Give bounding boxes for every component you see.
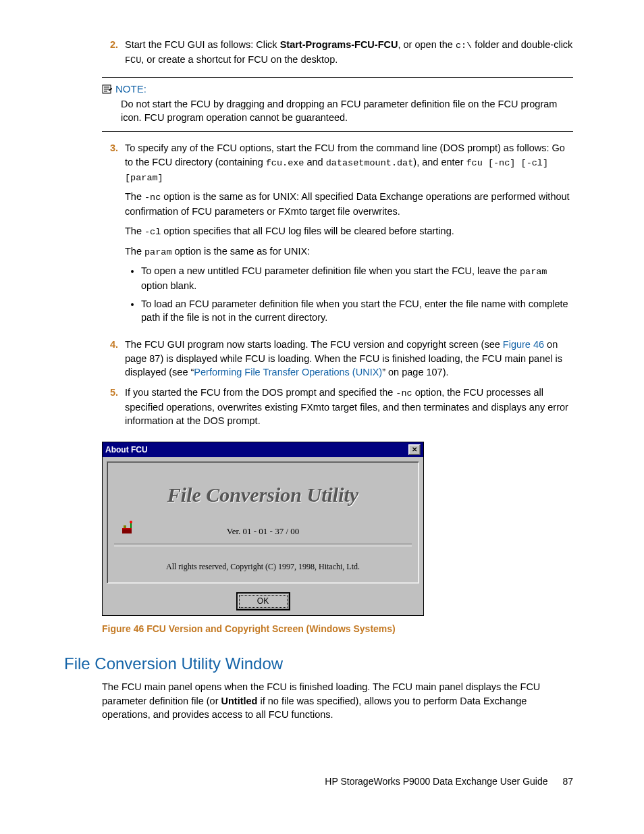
bullet-list: To open a new untitled FCU parameter def… [125, 264, 573, 324]
about-fcu-dialog: About FCU ✕ File Conversion Utility Ver.… [102, 442, 424, 617]
list-item: To load an FCU parameter definition file… [141, 297, 573, 325]
figure-caption: Figure 46 FCU Version and Copyright Scre… [102, 623, 573, 636]
svg-rect-8 [124, 525, 126, 528]
bold-text: Start-Programs-FCU-FCU [280, 39, 398, 50]
page-number: 87 [562, 776, 573, 787]
step-3: 3. To specify any of the FCU options, st… [102, 141, 573, 331]
step-4-text: The FCU GUI program now starts loading. … [125, 338, 573, 379]
text: folder and double-click [472, 39, 572, 50]
step-5-text: If you started the FCU from the DOS prom… [125, 386, 573, 427]
note-label: NOTE: [102, 82, 573, 96]
text: Start the FCU GUI as follows: Click [125, 39, 280, 50]
text: If you started the FCU from the DOS prom… [125, 387, 396, 398]
note-icon [102, 84, 113, 94]
text: To open a new untitled FCU parameter def… [141, 265, 520, 276]
page-footer: HP StorageWorks P9000 Data Exchange User… [64, 775, 573, 789]
footer-title: HP StorageWorks P9000 Data Exchange User… [325, 776, 547, 787]
code: -cl [144, 227, 161, 237]
code: fcu.exe [266, 158, 304, 168]
app-icon [121, 520, 136, 535]
close-button[interactable]: ✕ [408, 444, 421, 455]
link-figure-46[interactable]: Figure 46 [503, 339, 544, 350]
link-unix-ops[interactable]: Performing File Transfer Operations (UNI… [194, 367, 382, 377]
copyright-text: All rights reserved, Copyright (C) 1997,… [114, 561, 412, 573]
code: -nc [144, 192, 161, 203]
code: param [520, 267, 547, 277]
note-title: NOTE: [115, 83, 146, 95]
code: param [144, 247, 172, 257]
titlebar: About FCU ✕ [103, 442, 423, 458]
text: The [125, 246, 144, 257]
version-text: Ver. 01 - 01 - 37 / 00 [114, 525, 412, 538]
step-3-text: To specify any of the FCU options, start… [125, 141, 573, 184]
note-body: Do not start the FCU by dragging and dro… [121, 97, 573, 125]
dialog-body: File Conversion Utility Ver. 01 - 01 - 3… [107, 461, 419, 583]
separator [114, 544, 412, 546]
text: option is the same as for UNIX: All spec… [125, 191, 570, 217]
list-number: 5. [102, 386, 118, 427]
dialog-title: About FCU [105, 444, 148, 456]
text: ” on page 107). [382, 367, 448, 377]
section-heading: File Conversion Utility Window [64, 652, 573, 675]
svg-point-7 [130, 521, 132, 523]
step-2-text: Start the FCU GUI as follows: Click Star… [125, 38, 573, 68]
ok-button[interactable]: OK [237, 593, 290, 610]
step-4: 4. The FCU GUI program now starts loadin… [102, 338, 573, 379]
text: The FCU GUI program now starts loading. … [125, 339, 503, 350]
text: option is the same as for UNIX: [172, 246, 311, 257]
para-nc: The -nc option is the same as for UNIX: … [125, 190, 573, 218]
list-item: To open a new untitled FCU parameter def… [141, 264, 573, 292]
text: ), and enter [413, 157, 466, 167]
code: datasetmount.dat [326, 158, 414, 168]
code: FCU [125, 55, 141, 66]
step-5: 5. If you started the FCU from the DOS p… [102, 386, 573, 427]
svg-rect-5 [122, 528, 132, 529]
text: option blank. [141, 280, 196, 291]
list-number: 3. [102, 141, 118, 331]
bold-text: Untitled [221, 696, 258, 706]
text: , or open the [398, 39, 455, 50]
text: The [125, 191, 144, 202]
list-number: 4. [102, 338, 118, 379]
para-cl: The -cl option specifies that all FCU lo… [125, 224, 573, 239]
code: -nc [396, 388, 412, 398]
dialog-heading: File Conversion Utility [114, 481, 412, 509]
step-2: 2. Start the FCU GUI as follows: Click S… [102, 38, 573, 68]
text: option specifies that all FCU log files … [161, 226, 454, 236]
section-body: The FCU main panel opens when the FCU is… [102, 680, 573, 721]
code: c:\ [456, 41, 472, 51]
text: , or create a shortcut for FCU on the de… [141, 54, 338, 65]
note-box: NOTE: Do not start the FCU by dragging a… [102, 77, 573, 132]
text: and [304, 157, 325, 167]
list-number: 2. [102, 38, 118, 68]
para-param: The param option is the same as for UNIX… [125, 244, 573, 259]
text: The [125, 226, 144, 236]
